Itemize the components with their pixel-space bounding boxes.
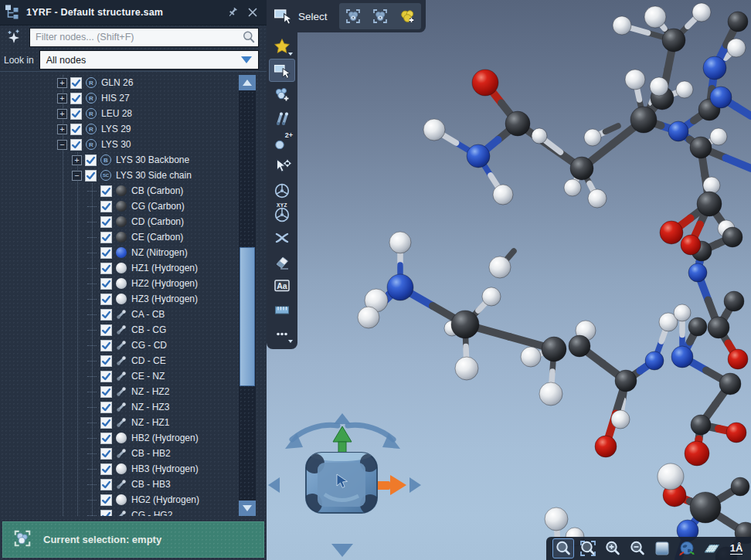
scrollbar-thumb[interactable] xyxy=(240,247,255,386)
node-visibility-checkbox[interactable] xyxy=(100,216,112,228)
select-mode-button[interactable]: Select xyxy=(270,4,335,29)
pin-icon[interactable] xyxy=(225,5,240,20)
grid-button[interactable] xyxy=(701,538,722,558)
tree-node[interactable]: HG2 (Hydrogen) xyxy=(0,492,238,507)
node-visibility-checkbox[interactable] xyxy=(100,247,112,259)
node-visibility-checkbox[interactable] xyxy=(100,263,112,274)
tree-node[interactable]: NZ - HZ1 xyxy=(0,415,238,430)
node-visibility-checkbox[interactable] xyxy=(100,185,112,197)
zoom-out-button[interactable] xyxy=(627,538,648,558)
navigation-gizmo[interactable] xyxy=(268,413,421,557)
flex-button[interactable] xyxy=(269,226,295,249)
tree-node[interactable]: CG (Carbon) xyxy=(0,199,238,214)
close-icon[interactable] xyxy=(245,5,260,20)
node-visibility-checkbox[interactable] xyxy=(100,294,112,305)
tree-scrollbar[interactable] xyxy=(239,75,256,516)
filter-input[interactable] xyxy=(29,28,259,47)
node-visibility-checkbox[interactable] xyxy=(100,201,112,212)
ruler-button[interactable] xyxy=(269,298,295,321)
look-in-dropdown[interactable]: All nodes xyxy=(39,50,259,70)
zoom-tool-button[interactable] xyxy=(552,538,574,558)
molecule-canvas[interactable] xyxy=(267,0,751,560)
expand-toggle[interactable]: + xyxy=(57,93,67,104)
node-visibility-checkbox[interactable] xyxy=(100,371,112,382)
selection-visibility-button-2[interactable] xyxy=(367,4,393,29)
tree-node[interactable]: −RLYS 30 xyxy=(0,137,238,152)
pan-left-triangle[interactable] xyxy=(268,477,280,493)
tree-node[interactable]: CD - CE xyxy=(0,353,238,368)
scroll-up-button[interactable] xyxy=(239,75,256,90)
eraser-button[interactable] xyxy=(269,250,295,273)
twister-button[interactable] xyxy=(269,178,295,202)
scroll-down-button[interactable] xyxy=(239,501,256,516)
pan-up-triangle[interactable] xyxy=(334,413,351,424)
node-visibility-checkbox[interactable] xyxy=(100,479,112,490)
tree-node[interactable]: CD (Carbon) xyxy=(0,214,238,229)
tree-node[interactable]: NZ - HZ3 xyxy=(0,399,238,415)
tree-node[interactable]: CB - HB2 xyxy=(0,446,238,461)
rotate-left-arrow[interactable] xyxy=(292,425,338,440)
xyz-twister-button[interactable]: XYZ xyxy=(269,202,295,226)
tree-node[interactable]: −SCLYS 30 Side chain xyxy=(0,168,238,183)
tree-node[interactable]: NZ (Nitrogen) xyxy=(0,245,238,260)
tree-node[interactable]: +RHIS 27 xyxy=(0,90,238,106)
expand-toggle[interactable]: + xyxy=(57,124,67,134)
tree-node[interactable]: CE (Carbon) xyxy=(0,229,238,245)
tree-node[interactable]: +RLYS 29 xyxy=(0,121,238,137)
node-visibility-checkbox[interactable] xyxy=(100,433,112,444)
tree-node[interactable]: CB - CG xyxy=(0,322,238,338)
viewport-3d[interactable]: Select 2+XYZAa 1Å xyxy=(267,0,751,560)
tree-node[interactable]: HZ1 (Hydrogen) xyxy=(0,260,238,276)
bonds-button[interactable] xyxy=(269,107,295,130)
move-tool-button[interactable] xyxy=(269,154,295,178)
tree-node[interactable]: HB3 (Hydrogen) xyxy=(0,461,238,477)
tree-node[interactable]: NZ - HZ2 xyxy=(0,384,238,399)
tree-node[interactable]: HZ2 (Hydrogen) xyxy=(0,276,238,291)
node-visibility-checkbox[interactable] xyxy=(100,494,112,506)
node-visibility-checkbox[interactable] xyxy=(100,355,112,367)
axis-up-arrow[interactable] xyxy=(333,426,352,442)
scale-button[interactable]: 1Å xyxy=(726,538,747,558)
presets-button[interactable] xyxy=(394,4,420,29)
charge-button[interactable]: 2+ xyxy=(269,131,295,154)
node-visibility-checkbox[interactable] xyxy=(70,108,82,120)
node-visibility-checkbox[interactable] xyxy=(100,324,112,336)
node-visibility-checkbox[interactable] xyxy=(100,386,112,398)
tree-node[interactable]: +RGLN 26 xyxy=(0,75,238,90)
node-visibility-checkbox[interactable] xyxy=(100,232,112,243)
node-visibility-checkbox[interactable] xyxy=(100,463,112,475)
tree-node[interactable]: CB (Carbon) xyxy=(0,183,238,199)
background-button[interactable] xyxy=(651,538,673,558)
node-visibility-checkbox[interactable] xyxy=(70,77,82,89)
tree-node[interactable]: CB - HB3 xyxy=(0,477,238,492)
pan-right-triangle[interactable] xyxy=(409,477,421,493)
axis-right-arrow[interactable] xyxy=(390,475,406,495)
tree-node[interactable]: CG - CD xyxy=(0,338,238,353)
tree-node[interactable]: CA - CB xyxy=(0,307,238,322)
view-cube[interactable] xyxy=(302,449,380,514)
expand-toggle[interactable]: + xyxy=(57,78,67,88)
node-visibility-checkbox[interactable] xyxy=(100,448,112,460)
pan-down-triangle[interactable] xyxy=(331,544,353,557)
expand-toggle[interactable]: + xyxy=(72,155,82,165)
rotate-right-arrow[interactable] xyxy=(348,425,393,440)
node-visibility-checkbox[interactable] xyxy=(100,340,112,351)
zoom-region-button[interactable] xyxy=(577,538,599,558)
world-button[interactable] xyxy=(676,538,698,558)
more-tools-button[interactable] xyxy=(269,322,295,345)
add-atoms-button[interactable] xyxy=(269,83,295,106)
node-visibility-checkbox[interactable] xyxy=(100,417,112,429)
tree-node[interactable]: CG - HG2 xyxy=(0,507,238,516)
node-visibility-checkbox[interactable] xyxy=(70,139,82,151)
expand-toggle[interactable]: − xyxy=(57,140,67,150)
tree-node[interactable]: HZ3 (Hydrogen) xyxy=(0,291,238,307)
expand-toggle[interactable]: − xyxy=(72,171,82,181)
node-visibility-checkbox[interactable] xyxy=(100,278,112,290)
zoom-in-button[interactable] xyxy=(602,538,624,558)
node-visibility-checkbox[interactable] xyxy=(70,124,82,135)
label-button[interactable]: Aa xyxy=(269,274,295,297)
select-tool-button[interactable] xyxy=(269,59,295,82)
selection-visibility-button-1[interactable] xyxy=(340,4,366,29)
tree-node[interactable]: CE - NZ xyxy=(0,368,238,384)
node-visibility-checkbox[interactable] xyxy=(100,510,112,517)
